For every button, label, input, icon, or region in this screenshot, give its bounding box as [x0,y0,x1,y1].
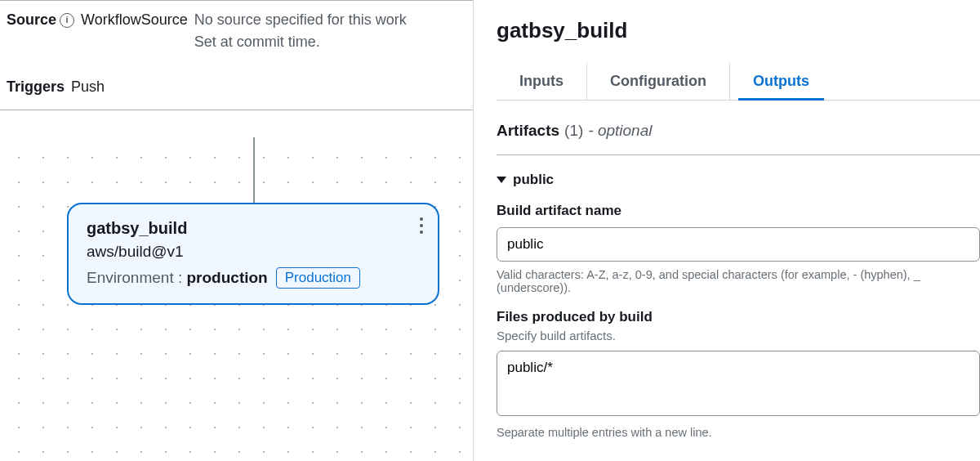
tab-outputs[interactable]: Outputs [730,63,832,100]
artifacts-heading-text: Artifacts [497,122,559,140]
files-helper: Separate multiple entries with a new lin… [497,426,980,439]
artifacts-count: (1) [564,122,583,140]
artifact-name-input[interactable] [497,227,980,262]
tabs: Inputs Configuration Outputs [497,63,980,101]
source-desc-line1: No source specified for this work [194,11,407,28]
info-icon[interactable]: i [60,13,74,28]
source-value: WorkflowSource [81,9,188,31]
artifact-item-name: public [513,172,554,188]
workflow-canvas-panel: Source i WorkflowSource No source specif… [0,0,474,461]
environment-tag[interactable]: Production [276,267,360,289]
files-sublabel: Specify build artifacts. [497,329,980,342]
triggers-label: Triggers [7,76,65,98]
workflow-canvas[interactable]: gatbsy_build aws/build@v1 Environment : … [0,139,473,461]
tab-configuration[interactable]: Configuration [587,63,730,100]
files-label: Files produced by build [497,309,980,325]
node-environment: Environment : production Production [87,267,420,289]
source-label-text: Source [7,9,56,31]
node-title: gatbsy_build [87,219,420,238]
source-description: No source specified for this work Set at… [194,9,466,53]
node-action: aws/build@v1 [87,243,420,261]
workflow-meta-bar: Source i WorkflowSource No source specif… [0,0,473,110]
node-env-label: Environment : [87,269,182,286]
triggers-row: Triggers Push [7,76,466,98]
connector-line [253,137,255,203]
source-row: Source i WorkflowSource No source specif… [7,9,466,53]
node-menu-icon[interactable] [420,217,423,234]
source-desc-line2: Set at commit time. [194,34,320,50]
artifact-name-helper: Valid characters: A-Z, a-z, 0-9, and spe… [497,268,980,294]
triggers-value: Push [71,76,105,98]
artifacts-heading: Artifacts (1) - optional [497,122,980,155]
artifact-item-toggle[interactable]: public [497,172,980,188]
panel-title: gatbsy_build [497,18,980,43]
tab-inputs[interactable]: Inputs [497,63,587,100]
workflow-node-gatsby-build[interactable]: gatbsy_build aws/build@v1 Environment : … [67,203,439,305]
details-panel: gatbsy_build Inputs Configuration Output… [474,0,980,461]
files-textarea[interactable] [497,351,980,416]
source-label: Source i [7,9,74,31]
artifact-name-label: Build artifact name [497,203,980,219]
node-env-value: production [187,269,268,286]
caret-down-icon [497,177,506,183]
artifacts-optional: - optional [588,122,652,140]
